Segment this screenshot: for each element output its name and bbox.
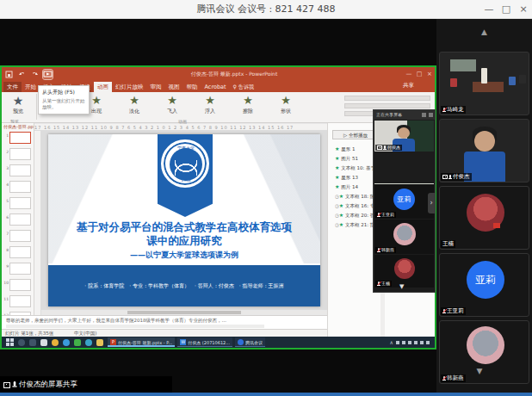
tray-icon[interactable] — [396, 341, 399, 344]
slide-thumbnail[interactable] — [9, 263, 31, 275]
browser-icon[interactable] — [52, 339, 59, 346]
mail-icon[interactable] — [40, 339, 47, 346]
slide-thumbnail[interactable] — [9, 246, 31, 258]
start-button[interactable] — [6, 338, 14, 346]
slide-1[interactable]: 宁夏大学 1958 基于对分易平台的混合式教学在高校体育选项 课中的应用研究 —… — [48, 134, 320, 306]
avatar-blue: 亚莉 — [393, 189, 415, 210]
taskbar-window-tencent-meeting[interactable]: 腾讯会议 — [235, 337, 265, 347]
avatar-tile-wangnan[interactable]: 王楠 — [439, 186, 529, 250]
ppt-maximize-button[interactable]: □ — [414, 67, 424, 81]
anim-wipe[interactable]: ★擦除 — [229, 94, 267, 120]
slide-thumbnail[interactable] — [9, 197, 31, 209]
sidebar-scroll-up-icon[interactable]: ▲ — [436, 28, 532, 36]
star-icon: ★ — [153, 94, 191, 108]
preview-button[interactable]: ★ 预览 — [5, 94, 31, 118]
star-icon: ★ — [229, 94, 267, 108]
anim-float-in[interactable]: ★浮入 — [191, 94, 229, 120]
minimize-button[interactable]: — — [480, 0, 498, 19]
avatar-tile-wangnan-small[interactable]: 王楠 — [374, 255, 434, 288]
slide-horizontal-scrollbar[interactable] — [41, 311, 327, 314]
document-tab-label: 付俊杰-答辩.pptx — [3, 124, 34, 129]
ppt-share-button[interactable]: 共享 — [403, 82, 414, 90]
screen-share-icon — [377, 145, 382, 150]
avatar-tile-wangyali-small[interactable]: 亚莉 王亚莉 — [374, 184, 434, 219]
group-label-animation: 动画 — [178, 121, 187, 123]
ppt-minimize-button[interactable]: — — [404, 67, 414, 81]
tray-icon[interactable] — [408, 341, 411, 344]
tray-icon[interactable] — [402, 341, 405, 344]
tell-me-search[interactable]: ♀ 告诉我 — [230, 82, 257, 92]
slide-thumbnail[interactable] — [9, 279, 31, 291]
anim-shape[interactable]: ★形状 — [267, 94, 305, 120]
tab-animations[interactable]: 动画 — [94, 82, 112, 92]
notes-pane[interactable]: 尊敬的老师，亲爱的同学们，大家上午好，我是来自体育学院2018级学科教学（体育）… — [2, 315, 327, 329]
slide-info-text: · 院系：体育学院 · 专业：学科教学（体育） · 答辩人：付俊杰 · 指导老师… — [52, 282, 317, 290]
undo-icon[interactable] — [17, 70, 27, 79]
tray-icon[interactable] — [414, 341, 418, 344]
avatar-tile-hanxinyan-small[interactable]: 韩新燕 — [374, 220, 434, 254]
maximize-button[interactable]: □ — [498, 0, 515, 19]
cat-avatar — [393, 223, 416, 245]
tray-chevron-icon[interactable]: ∧ — [390, 339, 393, 345]
panel-expand-chevron[interactable]: › — [428, 193, 435, 213]
search-icon[interactable] — [18, 339, 25, 346]
task-view-icon[interactable] — [29, 339, 36, 346]
slide-thumbnail[interactable] — [9, 213, 31, 226]
slide-thumbnail[interactable] — [9, 132, 31, 144]
start-slideshow-icon[interactable] — [43, 70, 53, 79]
panel-scroll-down-icon[interactable]: ▼ — [399, 283, 404, 290]
anim-fly-in[interactable]: ★飞入 — [153, 94, 191, 120]
sidebar-scroll-down-icon[interactable]: ▼ — [454, 367, 505, 375]
taskbar-window-document[interactable]: W 付俊杰 (20710612... — [177, 337, 232, 347]
tray-icon[interactable] — [420, 341, 424, 344]
save-icon[interactable] — [4, 70, 14, 79]
system-tray[interactable]: ∧ — [390, 339, 435, 345]
wps-icon[interactable] — [74, 339, 81, 346]
close-button[interactable]: × — [515, 0, 532, 19]
screen-share-banner: 付俊杰的屏幕共享 — [0, 376, 172, 393]
panel-more-icon[interactable] — [429, 113, 433, 117]
file-explorer-icon[interactable] — [96, 339, 103, 346]
slide-thumbnail[interactable] — [9, 164, 31, 176]
video-tile-maqilong[interactable]: 马崎龙 — [439, 52, 529, 115]
tab-help[interactable]: 帮助 — [183, 82, 201, 92]
star-icon: ★ — [335, 145, 339, 152]
tab-file[interactable]: 文件 — [3, 82, 22, 92]
tab-review[interactable]: 审阅 — [147, 82, 165, 92]
redo-icon[interactable] — [30, 70, 40, 79]
ribbon-separator — [36, 94, 37, 120]
tab-view[interactable]: 视图 — [165, 82, 183, 92]
taskbar-window-powerpoint[interactable]: P 付俊杰-答辩 最新.pptx - P... — [108, 337, 175, 347]
star-icon: ★ — [191, 94, 229, 108]
slide-thumbnail[interactable] — [9, 295, 31, 307]
star-icon: ★ — [339, 193, 343, 199]
tab-home[interactable]: 开始 — [22, 82, 40, 92]
tray-icon[interactable] — [426, 341, 430, 344]
anim-fade[interactable]: ★淡化 — [115, 94, 153, 120]
edge-icon[interactable] — [85, 339, 92, 346]
tab-slideshow[interactable]: 幻灯片放映 — [112, 82, 147, 92]
slide-subtitle: ——以宁夏大学篮球选项课为例 — [52, 250, 317, 261]
ppt-close-button[interactable]: × — [424, 67, 435, 81]
floating-video-panel[interactable]: 正在共享屏幕 付俊杰 马崎龙 亚莉 王亚莉 — [373, 109, 436, 293]
muted-mic-icon — [442, 108, 446, 113]
language-indicator[interactable]: 中文(中国) — [74, 331, 96, 337]
muted-mic-icon — [377, 282, 380, 287]
avatar-tile-wangyali[interactable]: 亚莉 王亚莉 — [439, 253, 529, 317]
slide-thumbnail[interactable] — [9, 148, 31, 160]
floating-panel-header[interactable]: 正在共享屏幕 — [374, 110, 435, 120]
slide-thumbnail-pane: 付俊杰-答辩.pptx 1 2 3 4 5 6 7 8 9 10 11 12 — [2, 123, 34, 329]
slide-thumbnail[interactable] — [9, 230, 31, 242]
video-tile-fujunjie-small[interactable]: 付俊杰 — [374, 121, 434, 152]
star-icon: ★ — [335, 155, 339, 161]
qq-icon[interactable] — [63, 339, 70, 346]
tab-acrobat[interactable]: Acrobat — [201, 82, 230, 92]
notes-text-line2 — [6, 325, 264, 328]
app-titlebar: 腾讯会议 会议号 : 821 427 488 — [0, 0, 532, 19]
logo-emblem — [170, 148, 202, 181]
play-all-button[interactable]: ▷ 全部播放 — [332, 130, 379, 139]
video-tile-fujunjie[interactable]: 付俊杰 — [439, 119, 529, 183]
slide-canvas[interactable]: 宁夏大学 1958 基于对分易平台的混合式教学在高校体育选项 课中的应用研究 —… — [41, 131, 327, 310]
panel-camera-icon[interactable] — [422, 113, 426, 117]
slide-thumbnail[interactable] — [9, 181, 31, 193]
